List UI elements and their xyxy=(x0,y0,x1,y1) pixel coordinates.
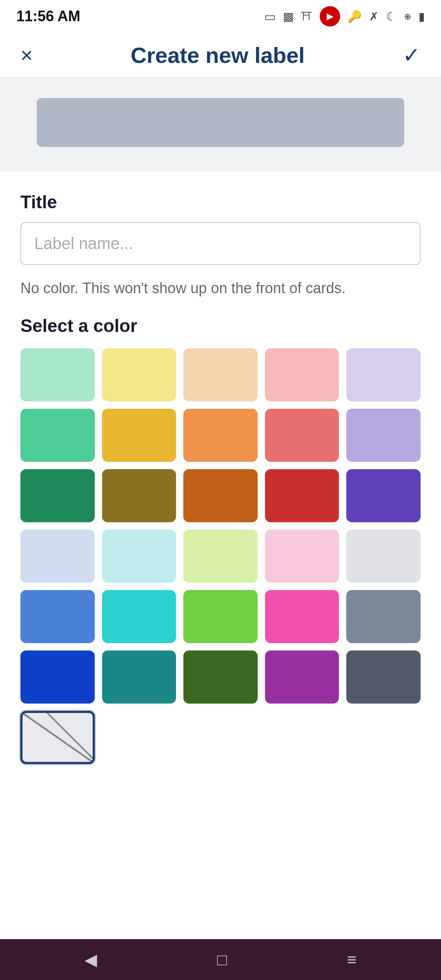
color-swatch-green-dark[interactable] xyxy=(20,469,95,522)
color-swatch-mint-light[interactable] xyxy=(20,348,95,401)
record-icon: ▶ xyxy=(320,6,340,27)
color-swatch-red-dark[interactable] xyxy=(265,469,339,522)
status-bar: 11:56 AM ▭ ▩ ⛩ ▶ 🔑 ✗ ☾ ⎈ ▮ xyxy=(0,0,441,33)
color-swatch-no-color[interactable] xyxy=(20,711,95,764)
color-swatch-magenta-medium[interactable] xyxy=(265,590,339,643)
status-icons: ▭ ▩ ⛩ ▶ 🔑 ✗ ☾ ⎈ ▮ xyxy=(264,6,425,27)
moon-icon: ☾ xyxy=(386,9,397,24)
color-swatch-yellow-medium[interactable] xyxy=(102,409,176,462)
color-swatch-teal-dark[interactable] xyxy=(102,650,176,704)
top-nav: × Create new label ✓ xyxy=(0,33,441,78)
svg-line-0 xyxy=(22,713,93,762)
confirm-button[interactable]: ✓ xyxy=(403,43,421,67)
color-swatch-lavender-light[interactable] xyxy=(346,348,421,401)
color-swatch-blue-medium[interactable] xyxy=(20,590,95,643)
color-swatch-pink-lightest[interactable] xyxy=(265,530,339,583)
home-button[interactable]: □ xyxy=(217,951,227,969)
color-swatch-orange-medium[interactable] xyxy=(183,409,258,462)
bottom-nav: ◀ □ ≡ xyxy=(0,939,441,980)
color-swatch-peach-light[interactable] xyxy=(183,348,258,401)
color-swatch-gray-lightest[interactable] xyxy=(346,530,421,583)
camera-icon: ▭ xyxy=(264,9,276,24)
color-swatch-purple-dark[interactable] xyxy=(346,469,421,522)
title-label: Title xyxy=(20,192,421,212)
color-swatch-blue-lightest[interactable] xyxy=(20,530,95,583)
label-name-input[interactable] xyxy=(20,222,421,265)
main-content: Title No color. This won't show up on th… xyxy=(0,172,441,939)
sim-icon: ⛩ xyxy=(301,10,312,23)
color-swatch-gray-medium[interactable] xyxy=(346,590,421,643)
color-swatch-blue-dark[interactable] xyxy=(20,650,95,704)
page-title: Create new label xyxy=(131,42,305,68)
color-swatch-red-medium[interactable] xyxy=(265,409,339,462)
video-icon: ▩ xyxy=(283,10,294,23)
color-swatch-violet-dark[interactable] xyxy=(265,650,339,704)
select-color-label: Select a color xyxy=(20,316,421,336)
status-time: 11:56 AM xyxy=(16,8,80,25)
preview-section xyxy=(0,78,441,172)
wifi-icon: ⎈ xyxy=(404,10,411,23)
close-button[interactable]: × xyxy=(20,45,33,66)
back-button[interactable]: ◀ xyxy=(85,950,97,969)
color-swatch-gray-dark[interactable] xyxy=(346,650,421,704)
color-grid xyxy=(20,348,421,764)
color-swatch-green-lightest[interactable] xyxy=(183,530,258,583)
battery-icon: ▮ xyxy=(419,10,425,23)
color-swatch-yellow-light[interactable] xyxy=(102,348,176,401)
color-swatch-mint-medium[interactable] xyxy=(20,409,95,462)
no-color-description: No color. This won't show up on the fron… xyxy=(20,277,421,299)
color-swatch-pink-light[interactable] xyxy=(265,348,339,401)
label-preview xyxy=(37,98,404,147)
color-swatch-teal-medium[interactable] xyxy=(102,590,176,643)
color-swatch-cyan-lightest[interactable] xyxy=(102,530,176,583)
key-icon: 🔑 xyxy=(347,10,362,23)
color-swatch-green-dark2[interactable] xyxy=(183,650,258,704)
color-swatch-orange-dark[interactable] xyxy=(183,469,258,522)
color-swatch-purple-medium[interactable] xyxy=(346,409,421,462)
bluetooth-icon: ✗ xyxy=(369,10,379,23)
color-swatch-olive-dark[interactable] xyxy=(102,469,176,522)
menu-button[interactable]: ≡ xyxy=(347,951,356,969)
color-swatch-lime-medium[interactable] xyxy=(183,590,258,643)
